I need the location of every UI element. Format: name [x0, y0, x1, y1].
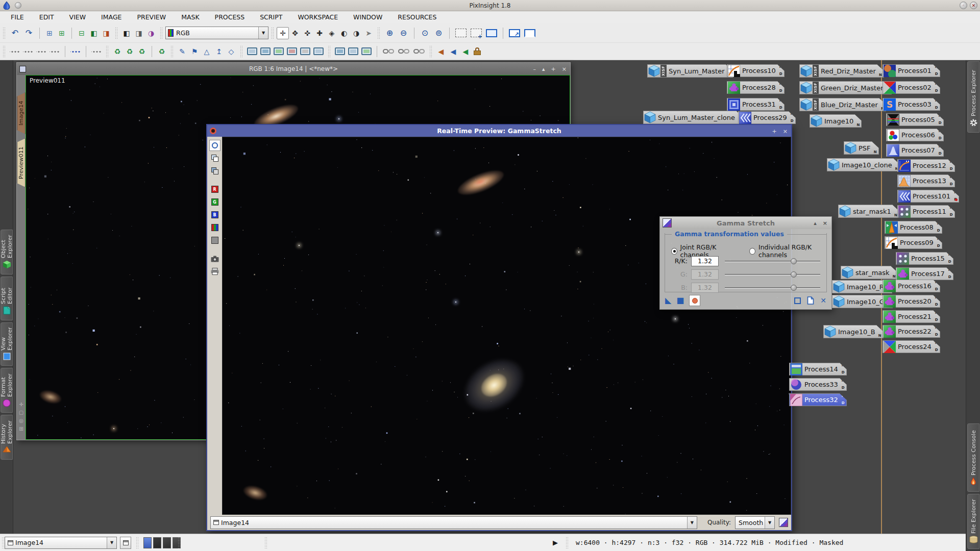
screen-lut-icon[interactable]: ◨ [133, 27, 145, 39]
announce-warn-icon[interactable]: ◀ [435, 45, 447, 58]
slider-knob[interactable] [791, 271, 797, 278]
active-view-selector[interactable]: Image14 ▼ [5, 537, 117, 549]
process-recycle-1-icon[interactable]: ♻ [111, 45, 124, 58]
process-icon-process05[interactable]: Process05ND [886, 113, 944, 126]
dock-tab-view-explorer[interactable]: View Explorer [1, 322, 13, 366]
zoom-1to1-icon[interactable]: ⊙ [418, 26, 432, 40]
image-icon-psf[interactable]: PSFN [844, 141, 879, 155]
window-menu-icon[interactable]: ◦ [960, 2, 967, 9]
rtp-view-selector[interactable]: Image14 ▼ [210, 516, 697, 529]
dock-tab-history-explorer[interactable]: History Explorer [1, 415, 13, 460]
camera-icon[interactable] [209, 253, 220, 264]
close-icon[interactable]: ✕ [970, 2, 977, 9]
drag-handle[interactable] [106, 45, 109, 58]
menu-resources[interactable]: RESOURCES [390, 11, 444, 23]
image-icon-red_driz_master[interactable]: XISFRed_Driz_MasterN [799, 64, 884, 78]
process-icon-process01[interactable]: Process01ND [883, 64, 940, 77]
expand-mode-icon[interactable]: ✥ [289, 27, 301, 39]
menu-edit[interactable]: EDIT [32, 11, 62, 23]
duplicate-view-icon[interactable]: ⊞ [56, 27, 68, 39]
display-channel-selector[interactable]: RGB▼ [165, 27, 268, 39]
gradient-b-icon[interactable]: ◨ [100, 27, 112, 39]
drag-handle[interactable] [271, 27, 274, 39]
ring-icon[interactable] [209, 140, 220, 151]
drag-handle[interactable] [115, 27, 118, 39]
dock-tab-object-explorer[interactable]: Object Explorer [1, 230, 13, 274]
chevron-down-icon[interactable]: ▼ [107, 537, 116, 548]
icon-grid-selected[interactable] [70, 46, 81, 57]
dock-tab-file-explorer[interactable]: File Explorer [967, 494, 979, 549]
menu-image[interactable]: IMAGE [93, 11, 129, 23]
pan-mini-icon[interactable]: ✛ [18, 402, 24, 408]
process-icon-process07[interactable]: Process07ND [886, 144, 944, 157]
pan-tool-icon[interactable]: ✛ [277, 27, 289, 39]
fit-window-icon[interactable] [509, 29, 520, 37]
process-icon-process03[interactable]: SProcess03ND [883, 98, 940, 111]
drag-handle[interactable] [170, 45, 174, 58]
announce-ok-icon[interactable]: ◀ [459, 45, 472, 58]
gamma-slider[interactable] [725, 271, 820, 278]
link-views-icon[interactable] [383, 48, 394, 55]
process-recycle-2-icon[interactable]: ♻ [124, 45, 136, 58]
icon-grid-4[interactable] [50, 46, 60, 57]
image-icon-image10_clone[interactable]: Image10_cloneN [827, 158, 900, 171]
drag-handle[interactable] [264, 537, 267, 549]
process-icon-process17[interactable]: Process17ND [896, 267, 953, 280]
shade-icon[interactable]: ▴ [814, 220, 817, 227]
realtime-preview-window[interactable]: Real-Time Preview: GammaStretch +× RGB I… [206, 124, 792, 531]
drag-handle[interactable] [328, 45, 331, 58]
view-mode-button[interactable] [120, 537, 131, 549]
slider-knob[interactable] [791, 285, 797, 291]
menu-mask[interactable]: MASK [174, 11, 207, 23]
announce-info-icon[interactable]: ◀ [447, 45, 459, 58]
swatch-2[interactable] [163, 537, 171, 548]
chevron-down-icon[interactable]: ▼ [765, 517, 774, 529]
image-icon-green_driz_master[interactable]: XISFGreen_Driz_MasterN [799, 81, 892, 94]
process-icon-process06[interactable]: Process06ND [886, 129, 944, 141]
process-icon-process101[interactable]: Process101ND [897, 190, 959, 203]
workspace-gray-icon[interactable] [300, 47, 310, 55]
icon-grid-1[interactable] [10, 46, 20, 57]
new-preview-icon[interactable] [455, 29, 467, 37]
menu-preview[interactable]: PREVIEW [130, 11, 174, 23]
process-icon-process28[interactable]: Process28ND [727, 81, 785, 94]
workspace-mask-icon[interactable] [313, 47, 324, 55]
chanB-icon[interactable]: B [209, 209, 220, 220]
slider-knob[interactable] [791, 258, 797, 264]
drag-handle[interactable] [566, 537, 569, 549]
image-icon-blue_driz_master[interactable]: XISFBlue_Driz_MasterN [799, 98, 886, 111]
grid-mini-icon[interactable]: ⊞ [18, 426, 24, 432]
flag-icon[interactable]: ⚑ [188, 45, 201, 58]
menu-file[interactable]: FILE [3, 11, 32, 23]
chanRGB-icon[interactable] [209, 222, 220, 233]
icon-grid-5[interactable] [91, 46, 102, 57]
layers-icon[interactable] [209, 153, 220, 164]
invert-lut-icon[interactable]: ◧ [120, 27, 133, 39]
edit-script-icon[interactable]: ✎ [176, 45, 188, 58]
apply-global-icon[interactable]: ◣ [665, 296, 671, 305]
browse-documentation-icon[interactable] [807, 296, 814, 305]
shrink-window-icon[interactable] [524, 29, 535, 37]
edit-instance-icon[interactable] [794, 297, 801, 304]
process-icon-process14[interactable]: Process14ND [789, 363, 847, 375]
process-icon-process32[interactable]: Process32ND [789, 393, 847, 406]
gamma-stretch-dialog[interactable]: Gamma Stretch ▴× Gamma transformation va… [659, 216, 832, 310]
mask-triangle-icon[interactable]: △ [201, 45, 213, 58]
apply-icon[interactable]: ■ [676, 296, 684, 305]
image-icon-star_mask1[interactable]: star_mask1N [838, 205, 899, 218]
image-icon-image10[interactable]: Image10N [810, 114, 862, 128]
menu-view[interactable]: VIEW [62, 11, 94, 23]
rtp-canvas[interactable] [222, 137, 791, 515]
layers2-icon[interactable] [209, 165, 220, 177]
gamma-value-input[interactable] [691, 256, 719, 266]
close-icon[interactable]: × [562, 66, 567, 72]
drag-handle[interactable] [240, 45, 243, 58]
process-recycle-3-icon[interactable]: ♻ [136, 45, 148, 58]
radio-button-icon[interactable] [749, 248, 755, 255]
process-icon-process11[interactable]: Process11ND [897, 205, 955, 218]
link-zoom-icon[interactable] [398, 48, 409, 55]
dock-tab-process-explorer[interactable]: Process Explorer [967, 61, 979, 133]
menu-workspace[interactable]: WORKSPACE [290, 11, 346, 23]
icon-grid-3[interactable] [36, 46, 46, 57]
zoom-in-icon[interactable]: ⊕ [383, 26, 397, 40]
